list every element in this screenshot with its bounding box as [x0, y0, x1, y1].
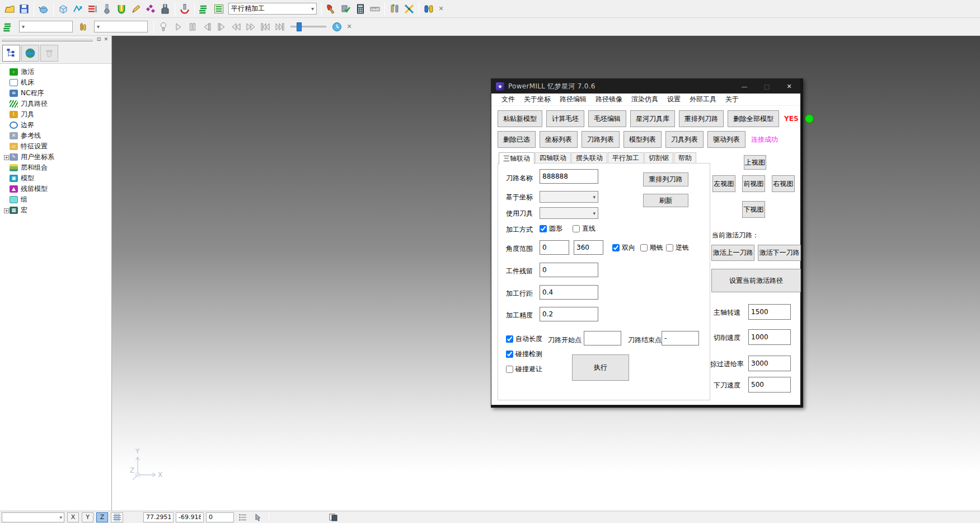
drive-list-button[interactable]: 驱动列表	[707, 131, 745, 148]
tab-parallel[interactable]: 平行加工	[608, 152, 644, 164]
start-point-field[interactable]	[584, 331, 621, 345]
menu-path-mirror[interactable]: 路径镜像	[591, 95, 627, 104]
close-icon[interactable]: ✕	[436, 4, 446, 14]
paste-new-model-button[interactable]: 粘贴新模型	[498, 110, 542, 127]
angle-from-field[interactable]	[540, 240, 569, 255]
stepover-field[interactable]	[540, 285, 598, 300]
tree-item-activate[interactable]: ›激活	[3, 67, 111, 77]
climb-checkbox[interactable]: 顺铣	[640, 243, 663, 253]
fast-forward-icon[interactable]	[243, 20, 258, 34]
menu-path-edit[interactable]: 路径编辑	[555, 95, 591, 104]
stock-remain-field[interactable]	[540, 263, 598, 277]
use-tool-dropdown[interactable]: ▾	[540, 207, 598, 219]
stock-edit-button[interactable]: 毛坯编辑	[588, 110, 626, 127]
calculator-icon[interactable]	[353, 2, 368, 16]
tree-item-levels-sets[interactable]: 层和组合	[3, 162, 111, 173]
pattern-points-icon[interactable]	[143, 2, 158, 16]
leads-links-icon[interactable]	[114, 2, 129, 16]
compute-stock-button[interactable]: 计算毛坯	[546, 110, 584, 127]
grid-toggle-icon[interactable]	[111, 512, 123, 522]
angle-to-field[interactable]	[574, 240, 603, 255]
tool-list-button[interactable]: 刀具列表	[665, 131, 704, 148]
toolpath-combobox[interactable]: ▾	[19, 21, 73, 32]
spindle-field[interactable]	[748, 304, 791, 320]
ball-tool-icon[interactable]	[100, 2, 114, 16]
ruler-icon[interactable]	[368, 2, 382, 16]
plunge-feed-field[interactable]	[748, 377, 791, 393]
tree-item-feature-sets[interactable]: ▱特征设置	[3, 141, 111, 152]
render-teapot-icon[interactable]	[36, 2, 51, 16]
minimize-icon[interactable]: —	[733, 79, 756, 94]
stock-icon[interactable]	[85, 2, 100, 16]
step-forward-icon[interactable]	[214, 20, 229, 34]
tree-item-groups[interactable]: 组	[3, 194, 111, 205]
menu-render-sim[interactable]: 渲染仿真	[627, 95, 663, 104]
binoculars-icon[interactable]	[421, 2, 436, 16]
tab-4axis[interactable]: 四轴联动	[535, 152, 571, 164]
tab-globe[interactable]	[21, 45, 39, 62]
view-front-button[interactable]: 前视图	[742, 175, 765, 192]
list-options-icon[interactable]	[237, 512, 249, 522]
delete-selected-button[interactable]: 删除已选	[498, 131, 536, 148]
pause-icon[interactable]	[185, 20, 200, 34]
go-end-icon[interactable]	[273, 20, 287, 34]
status-combobox[interactable]: ▾	[2, 512, 64, 522]
tab-recycle-bin[interactable]	[40, 45, 58, 62]
toolpath-icon[interactable]	[1, 20, 16, 34]
step-back-icon[interactable]	[200, 20, 214, 34]
verify-check-icon[interactable]	[339, 2, 353, 16]
activate-next-button[interactable]: 激活下一刀路	[758, 245, 801, 261]
lamp-icon[interactable]	[156, 20, 171, 34]
tree-item-nc-programs[interactable]: ≡NC程序	[3, 88, 111, 99]
save-icon[interactable]	[17, 2, 31, 16]
close-panel-icon[interactable]: ✕	[102, 36, 110, 43]
slider-handle[interactable]	[297, 22, 302, 31]
axis-z-button[interactable]: Z	[96, 512, 108, 522]
tree-item-stock-models[interactable]: ▲残留模型	[3, 184, 111, 194]
tab-head-swing[interactable]: 摆头联动	[571, 152, 607, 164]
cut-scissors-icon[interactable]	[402, 2, 416, 16]
maximize-icon[interactable]: □	[756, 79, 778, 94]
axe-icon[interactable]	[324, 2, 339, 16]
view-right-button[interactable]: 右视图	[772, 175, 795, 192]
coord-list-button[interactable]: 坐标列表	[540, 131, 578, 148]
set-active-path-button[interactable]: 设置当前激活路径	[711, 269, 801, 292]
go-start-icon[interactable]	[258, 20, 273, 34]
rearrange-toolpaths-button[interactable]: 重排列刀路	[679, 110, 724, 127]
draft-pencil-icon[interactable]	[129, 2, 143, 16]
cursor-y-field[interactable]	[176, 512, 204, 522]
speed-slider[interactable]	[290, 26, 326, 27]
menu-settings[interactable]: 设置	[663, 95, 685, 104]
open-icon[interactable]	[2, 2, 17, 16]
menu-file[interactable]: 文件	[497, 95, 519, 104]
tool-library-button[interactable]: 星河刀具库	[630, 110, 675, 127]
view-bottom-button[interactable]: 下视图	[742, 201, 765, 218]
rewind-icon[interactable]	[229, 20, 243, 34]
tree-item-workplanes[interactable]: +✎用户坐标系	[3, 152, 111, 162]
tool-holder-icon[interactable]	[158, 2, 172, 16]
pages-icon[interactable]	[327, 512, 340, 522]
circular-checkbox[interactable]: 圆形	[540, 224, 562, 234]
collision-avoid-checkbox[interactable]: 碰撞避让	[506, 365, 542, 374]
toolpath-list-button[interactable]: 刀路列表	[582, 131, 620, 148]
block-icon[interactable]	[56, 2, 71, 16]
toolpath-name-field[interactable]	[540, 169, 598, 184]
feeds-arc-icon[interactable]	[177, 2, 192, 16]
delete-all-models-button[interactable]: 删除全部模型	[728, 110, 779, 127]
dialog-titlebar[interactable]: ★ PowerMILL 忆梦星河 7.0.6 — □ ✕	[491, 79, 800, 94]
tree-item-boundaries[interactable]: 边界	[3, 120, 111, 130]
tolerance-field[interactable]	[540, 307, 598, 321]
tree-item-tools[interactable]: ⌇刀具	[3, 109, 111, 120]
refresh-button[interactable]: 刷新	[643, 194, 688, 207]
based-coord-dropdown[interactable]: ▾	[540, 191, 598, 203]
toolpath-create-icon[interactable]	[71, 2, 85, 16]
collision-check-checkbox[interactable]: 碰撞检测	[506, 349, 542, 359]
tool-icon[interactable]	[76, 20, 91, 34]
bidirectional-checkbox[interactable]: 双向	[612, 243, 635, 253]
line-checkbox[interactable]: 直线	[573, 224, 595, 234]
toolpath-icon[interactable]	[197, 2, 212, 16]
float-panel-icon[interactable]: ⊡	[95, 36, 102, 43]
tree-item-patterns[interactable]: ✕参考线	[3, 130, 111, 141]
axis-y-button[interactable]: Y	[82, 512, 93, 522]
strategy-combobox[interactable]: 平行精加工 ▾	[228, 3, 317, 15]
